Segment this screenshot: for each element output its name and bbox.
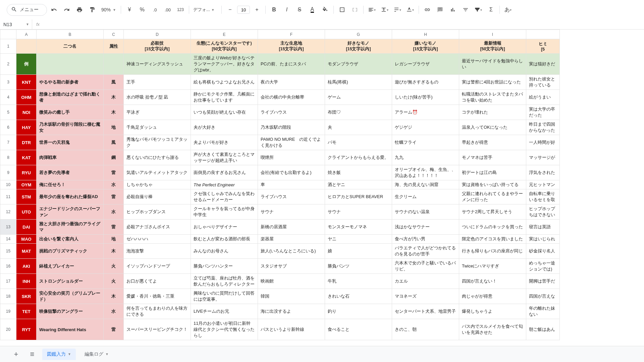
cell[interactable]: しちゃかちゃ [124, 180, 191, 189]
cell[interactable]: 食べ方が汚い男 [392, 235, 459, 244]
print-button[interactable] [74, 4, 85, 15]
cell[interactable]: PCの前、たまにスタバ [258, 54, 325, 75]
cell[interactable]: 酒とヤニ [325, 180, 392, 189]
col-header[interactable]: G [325, 30, 392, 39]
row-header[interactable]: 1 [0, 39, 16, 54]
cell[interactable]: 実は警察に4回お世話になった [459, 75, 526, 90]
all-sheets-button[interactable]: ≡ [26, 348, 38, 360]
col-header[interactable] [526, 30, 560, 39]
cell[interactable]: 新橋の居酒屋 [258, 220, 325, 235]
header-cell[interactable]: 嫌いなモノ[15文字以内] [392, 39, 459, 54]
attr-cell[interactable]: 風 [104, 135, 124, 150]
cell[interactable]: 朝ご飯はあん [526, 319, 560, 340]
filter-views-button[interactable]: ▾ [473, 4, 484, 15]
functions-button[interactable]: Σ [485, 4, 497, 15]
insert-chart-button[interactable] [447, 4, 459, 15]
font-size-increase-button[interactable]: + [251, 4, 263, 15]
cell[interactable]: サウナ [325, 204, 392, 220]
text-wrap-button[interactable]: ▾ [392, 4, 403, 15]
code-cell[interactable]: RYT [16, 319, 37, 340]
cell[interactable]: モノマネは苦手 [459, 150, 526, 165]
cell[interactable]: バスというより新幹線 [258, 319, 325, 340]
cell[interactable]: イソップハンドソープ [124, 259, 191, 274]
cell[interactable]: ついにドラムのキックを買った [459, 220, 526, 235]
name-cell[interactable]: 映像狙撃のアングラー [37, 304, 104, 319]
cell[interactable]: 桂馬(将棋) [325, 75, 392, 90]
cell[interactable]: 車 [258, 180, 325, 189]
increase-decimal-button[interactable]: .00 [162, 4, 173, 15]
row-header[interactable]: 17 [0, 274, 16, 289]
cell[interactable]: バス内でスルメイカを食べて匂いを充満させた [459, 319, 526, 340]
code-cell[interactable]: RYU [16, 165, 37, 180]
cell[interactable]: 愛媛・香川・徳島・三重 [124, 289, 191, 304]
cell[interactable]: 実は大学の卒だった [526, 105, 560, 120]
cell[interactable]: きれいな石 [325, 289, 392, 304]
cell[interactable]: 実は猫好きだ [526, 54, 560, 75]
attr-cell[interactable]: 木 [104, 90, 124, 105]
cell[interactable]: 秀逸なパモパモツッコミアタック [124, 135, 191, 150]
cell[interactable]: 最近サーバサイドを勉強中らしい [459, 54, 526, 75]
cell[interactable]: 砂金採り名人 [526, 244, 560, 259]
cell[interactable]: 気遣いアルティメットアタック [124, 165, 191, 180]
attr-cell[interactable]: 雷 [104, 189, 124, 204]
cell[interactable]: クールキャラを装ってるが中身中学生 [191, 204, 258, 220]
cell[interactable]: 釣り [325, 304, 392, 319]
cell[interactable]: みんなのお母さん [191, 244, 258, 259]
cell[interactable]: しいたけ(味が苦手) [392, 90, 459, 105]
name-cell[interactable]: 肉弾戦車 [37, 150, 104, 165]
code-cell[interactable]: UTO [16, 204, 37, 220]
name-box[interactable]: N13▼ [3, 22, 32, 27]
cell[interactable]: 牡蠣フライ [392, 135, 459, 150]
text-rotation-button[interactable]: ▾ [405, 4, 416, 15]
cell[interactable]: 夫 [325, 120, 392, 135]
cell[interactable]: サウナ [258, 204, 325, 220]
row-header[interactable]: 9 [0, 165, 16, 180]
header-cell[interactable]: 主な生息地[15文字以内] [258, 39, 325, 54]
insert-link-button[interactable] [422, 4, 433, 15]
cell[interactable]: 必殺アナゴさんボイス [124, 220, 191, 235]
code-cell[interactable]: INH [16, 274, 37, 289]
header-cell[interactable]: ヒミ[5 [526, 39, 560, 54]
cell[interactable]: 四国が言えない！ [459, 274, 526, 289]
cell[interactable]: いつも笑顔が絶えない存在 [191, 105, 258, 120]
cell[interactable]: 絵がうまい [526, 90, 560, 105]
attr-cell[interactable]: 水 [104, 180, 124, 189]
cell[interactable]: 実は資格をいっぱい持ってる [459, 180, 526, 189]
input-method-button[interactable]: あ▾ [502, 4, 514, 15]
font-size-decrease-button[interactable]: − [224, 4, 236, 15]
col-header[interactable]: A [16, 30, 37, 39]
cell[interactable]: 牛乳 [325, 274, 392, 289]
merge-cells-button[interactable] [349, 4, 361, 15]
name-cell[interactable]: 最年少の座を奪われた爆裂AD [37, 189, 104, 204]
cell[interactable]: 転職活動のストレスでまたタバコを吸い始めた [459, 90, 526, 105]
row-header[interactable]: 18 [0, 289, 16, 304]
cell[interactable]: 飲むと人が変わる酒部の部長 [191, 235, 258, 244]
filter-button[interactable] [460, 4, 471, 15]
cell[interactable]: The Perfect Engineer [191, 180, 258, 189]
cell[interactable]: 夫よりパモが好き [191, 135, 258, 150]
code-cell[interactable]: AKI [16, 259, 37, 274]
row-header[interactable]: 20 [0, 319, 16, 340]
code-cell[interactable]: TET [16, 304, 37, 319]
attr-cell[interactable]: 地 [104, 120, 124, 135]
cell[interactable]: 寝言は英語 [526, 220, 560, 235]
cell[interactable]: 平泳ぎ [124, 105, 191, 120]
code-cell[interactable]: HAY [16, 120, 37, 135]
name-cell[interactable]: 想像と創造のはざまで揺れ動く者 [37, 90, 104, 105]
code-cell[interactable]: MAT [16, 244, 37, 259]
cell[interactable]: 映画館 [258, 274, 325, 289]
attr-cell[interactable]: 木 [104, 289, 124, 304]
cell[interactable]: おしゃべりデザイナー [191, 220, 258, 235]
col-header[interactable]: C [104, 30, 124, 39]
cell[interactable]: ゲジゲジ [392, 120, 459, 135]
header-cell[interactable]: 必殺技[15文字以内] [124, 39, 191, 54]
header-cell[interactable]: 最新情報[50文字以内] [459, 39, 526, 54]
cell[interactable]: 王手 [124, 75, 191, 90]
code-cell[interactable]: DAI [16, 220, 37, 235]
cell[interactable]: 泡泡攻撃 [124, 244, 191, 259]
cell[interactable]: 別れた彼女と持っている [526, 75, 560, 90]
cell[interactable]: 勝負パンツ [325, 259, 392, 274]
cell[interactable]: 千鳥足ダッシュ [124, 120, 191, 135]
cell[interactable]: 三度の飯よりWebが好きなベテランマークアッパー。好きなタグはwbr。 [191, 54, 258, 75]
borders-button[interactable] [336, 4, 348, 15]
